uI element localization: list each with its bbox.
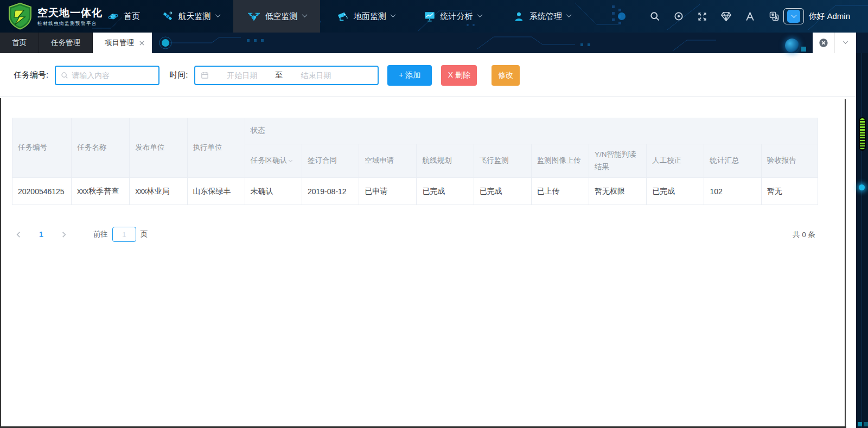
tab-menu-chevron-icon[interactable] xyxy=(834,33,857,53)
close-icon[interactable] xyxy=(139,41,144,46)
nav-item-label: 首页 xyxy=(124,11,140,22)
goto-page-suffix: 页 xyxy=(141,229,148,239)
tasks-table: 任务编号 任务名称 发布单位 执行单位 状态 任务区确认 签订合同 空域申请 航… xyxy=(12,118,818,205)
nav-item-label: 统计分析 xyxy=(441,11,473,22)
cell-image-upload: 已上传 xyxy=(531,178,589,205)
tab-task-management[interactable]: 任务管理 xyxy=(39,33,93,53)
translate-icon[interactable] xyxy=(768,11,780,22)
tab-bar: 首页 任务管理 项目管理 xyxy=(0,33,868,53)
table-row[interactable]: 20200546125 xxx秋季普查 xxx林业局 山东保绿丰 未确认 201… xyxy=(12,178,818,205)
tab-label: 项目管理 xyxy=(105,38,134,48)
end-date-input[interactable] xyxy=(284,71,348,80)
brand-text: 空天地一体化 松材线虫病监测预警平台 xyxy=(37,6,103,27)
glow-dot-decor xyxy=(785,39,799,53)
font-size-icon[interactable] xyxy=(744,11,756,22)
target-icon[interactable] xyxy=(673,11,684,22)
square-decor xyxy=(801,47,806,52)
goto-page-input[interactable] xyxy=(112,227,136,242)
nav-item-label: 低空监测 xyxy=(265,11,298,22)
cell-task-area-confirm: 未确认 xyxy=(245,178,302,205)
close-all-tabs-icon[interactable] xyxy=(813,33,834,53)
chevron-down-icon xyxy=(302,12,307,17)
col-header-airspace: 空域申请 xyxy=(359,144,417,178)
tab-label: 任务管理 xyxy=(51,38,80,48)
chevron-down-icon xyxy=(566,12,572,17)
nav-item-home[interactable]: 首页 xyxy=(102,0,145,33)
nav-item-space-monitoring[interactable]: 航天监测 xyxy=(155,0,226,33)
tab-actions-box xyxy=(813,33,856,53)
cell-airspace: 已申请 xyxy=(359,178,417,205)
glow-dot-decor xyxy=(859,184,865,190)
main-content: 任务编号: 时间: 至 + 添加 X 删除 修改 xyxy=(0,53,856,428)
caret-down-icon xyxy=(289,158,292,162)
cell-manual-correct: 已完成 xyxy=(647,178,704,205)
nav-item-ground-monitoring[interactable]: 地面监测 xyxy=(330,0,401,33)
start-date-input[interactable] xyxy=(210,71,274,80)
calendar-icon xyxy=(201,71,209,79)
content-right-border xyxy=(845,99,846,428)
col-header-task-no: 任务编号 xyxy=(12,118,72,178)
search-icon xyxy=(61,72,68,79)
nav-item-statistics-analysis[interactable]: 统计分析 xyxy=(417,0,488,33)
square-decor xyxy=(864,422,868,426)
edit-button[interactable]: 修改 xyxy=(492,65,520,86)
total-count: 共 0 条 xyxy=(793,230,815,240)
circuit-trace-decor xyxy=(861,33,862,428)
task-no-input-box xyxy=(55,66,159,85)
fullscreen-icon[interactable] xyxy=(697,11,708,22)
delete-button[interactable]: X 删除 xyxy=(441,65,477,86)
goto-page-label: 前往 xyxy=(93,229,108,239)
cctv-camera-icon xyxy=(336,10,349,22)
col-header-task-name: 任务名称 xyxy=(72,118,130,178)
app-title: 空天地一体化 xyxy=(37,6,103,20)
col-header-publisher: 发布单位 xyxy=(130,118,187,178)
app-subtitle: 松材线虫病监测预警平台 xyxy=(37,20,103,27)
cell-acceptance-report: 暂无 xyxy=(761,178,818,205)
cell-contract: 2019-08-12 xyxy=(302,178,359,205)
col-header-route-plan: 航线规划 xyxy=(417,144,474,178)
user-icon xyxy=(513,11,525,22)
tab-project-management[interactable]: 项目管理 xyxy=(93,33,152,53)
scrollbar-thumb-indicator[interactable] xyxy=(859,117,866,151)
col-header-task-area-confirm[interactable]: 任务区确认 xyxy=(245,144,302,178)
nav-item-label: 航天监测 xyxy=(178,11,211,22)
cell-publisher: xxx林业局 xyxy=(130,178,187,205)
nav-item-label: 地面监测 xyxy=(354,11,386,22)
col-header-contract: 签订合同 xyxy=(302,144,359,178)
diamond-icon[interactable] xyxy=(720,11,732,22)
prev-page-button[interactable] xyxy=(12,227,25,242)
tab-home[interactable]: 首页 xyxy=(0,33,39,53)
page-number-current[interactable]: 1 xyxy=(39,230,43,239)
tasks-table-wrap: 任务编号 任务名称 发布单位 执行单位 状态 任务区确认 签订合同 空域申请 航… xyxy=(12,118,818,205)
cell-yn-ai-result: 暂无权限 xyxy=(589,178,647,205)
cell-route-plan: 已完成 xyxy=(417,178,474,205)
task-no-input[interactable] xyxy=(72,71,158,80)
search-icon[interactable] xyxy=(649,11,660,22)
monitor-chart-icon xyxy=(424,10,436,22)
date-range-separator: 至 xyxy=(275,71,283,80)
col-group-status: 状态 xyxy=(245,118,818,144)
next-page-button[interactable] xyxy=(58,227,71,242)
pagination: 1 前往 页 共 0 条 xyxy=(12,227,844,242)
brand[interactable]: 空天地一体化 松材线虫病监测预警平台 xyxy=(8,3,103,30)
col-header-stats-summary: 统计汇总 xyxy=(704,144,761,178)
chevron-down-icon xyxy=(791,12,796,18)
avatar-dropdown-button[interactable] xyxy=(783,8,804,24)
chevron-down-icon xyxy=(391,12,396,17)
top-navbar: 空天地一体化 松材线虫病监测预警平台 首页 航天监测 xyxy=(0,0,868,33)
planet-icon xyxy=(107,11,119,22)
nav-item-low-altitude-monitoring[interactable]: 低空监测 xyxy=(233,0,320,33)
nav-item-system-management[interactable]: 系统管理 xyxy=(506,0,578,33)
open-tabs: 首页 任务管理 项目管理 xyxy=(0,33,152,53)
section-divider xyxy=(0,97,856,97)
chevron-down-icon xyxy=(477,12,482,17)
left-scrollbar[interactable] xyxy=(0,98,1,428)
avatar xyxy=(787,10,800,23)
task-no-label: 任务编号: xyxy=(14,70,48,80)
tab-label: 首页 xyxy=(12,38,27,48)
time-label: 时间: xyxy=(169,70,188,80)
cell-flight-monitor: 已完成 xyxy=(474,178,531,205)
satellite-icon xyxy=(162,10,174,22)
add-button[interactable]: + 添加 xyxy=(387,65,432,86)
col-header-acceptance-report: 验收报告 xyxy=(761,144,818,178)
